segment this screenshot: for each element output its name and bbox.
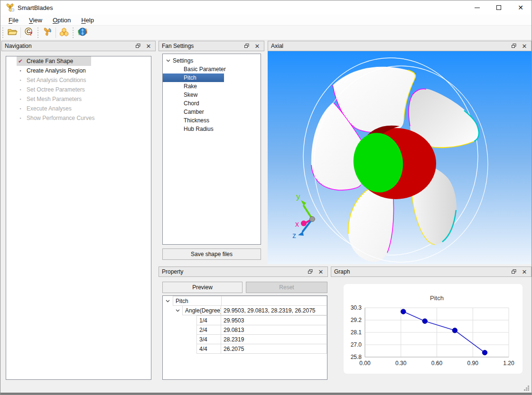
navigation-float-button[interactable] — [133, 42, 143, 50]
axial-panel-titlebar[interactable]: Axial ✕ — [268, 41, 532, 51]
data-point — [482, 350, 487, 355]
property-row-2-4[interactable]: 2/429.0813 — [163, 325, 327, 335]
graph-panel: Graph ✕ 0.000.300.600.901.2025.827.028.1… — [331, 266, 532, 382]
property-row-3-4[interactable]: 3/428.2319 — [163, 334, 327, 344]
nav-item-show-performance-curves[interactable]: ●Show Performance Curves — [6, 113, 151, 123]
fan-setting-chord[interactable]: Chord — [163, 99, 261, 108]
app-icon — [5, 3, 15, 12]
reset-button[interactable]: Reset — [246, 282, 327, 293]
fan-setting-skew[interactable]: Skew — [163, 91, 261, 99]
close-button[interactable]: ✕ — [510, 0, 532, 15]
fan-settings-tree: Settings Basic ParameterPitchRakeSkewCho… — [162, 54, 261, 245]
nav-item-create-analysis-region[interactable]: ●Create Analysis Region — [6, 66, 151, 75]
bullet-icon: ● — [17, 69, 24, 72]
fan-settings-close-button[interactable]: ✕ — [252, 42, 262, 50]
property-row-1-4[interactable]: 1/429.9503 — [163, 315, 327, 325]
axis-origin — [310, 217, 315, 222]
menu-option[interactable]: Option — [48, 16, 75, 25]
axis-z-label: z — [292, 231, 296, 239]
property-value[interactable] — [221, 296, 327, 306]
fan-setting-hub-radius[interactable]: Hub Radius — [163, 125, 261, 133]
graph-panel-titlebar[interactable]: Graph ✕ — [331, 266, 532, 277]
title-bar[interactable]: SmartBlades ✕ — [0, 0, 532, 15]
open-file-button[interactable] — [6, 27, 19, 39]
svg-text:0.30: 0.30 — [395, 360, 407, 367]
run-analysis-button[interactable] — [76, 27, 89, 39]
mesh-button[interactable] — [57, 27, 71, 39]
navigation-close-button[interactable]: ✕ — [144, 42, 153, 50]
fan-settings-float-button[interactable] — [242, 42, 252, 50]
window-title: SmartBlades — [18, 4, 53, 11]
run-analysis-icon — [77, 27, 88, 38]
nav-item-label: Create Analysis Region — [27, 67, 86, 74]
axial-panel: Axial ✕ — [268, 41, 532, 264]
bullet-icon: ● — [17, 98, 24, 101]
pitch-chart: 0.000.300.600.901.2025.827.028.129.230.3… — [344, 284, 523, 374]
property-value[interactable]: 29.9503, 29.0813, 28.2319, 26.2075 — [221, 305, 327, 315]
svg-text:25.8: 25.8 — [351, 354, 362, 360]
fan-setting-basic-parameter[interactable]: Basic Parameter — [163, 65, 261, 73]
preview-button[interactable]: Preview — [162, 282, 243, 293]
property-panel-titlebar[interactable]: Property ✕ — [159, 266, 328, 277]
property-value[interactable]: 26.2075 — [221, 344, 327, 354]
navigation-panel-titlebar[interactable]: Navigation ✕ — [1, 41, 156, 51]
nav-item-set-mesh-parameters[interactable]: ●Set Mesh Parameters — [6, 94, 151, 104]
graph-float-button[interactable] — [509, 267, 519, 276]
menu-file[interactable]: File — [4, 16, 23, 25]
property-label: 4/4 — [196, 344, 221, 354]
fan-setting-camber[interactable]: Camber — [163, 108, 261, 116]
fan-setting-rake[interactable]: Rake — [163, 82, 261, 91]
property-row-pitch[interactable]: Pitch — [163, 296, 327, 306]
toolbar-drag-handle[interactable] — [2, 28, 4, 38]
nav-item-label: Set Mesh Parameters — [27, 96, 82, 102]
navigation-list: ✔Create Fan Shape●Create Analysis Region… — [6, 56, 151, 380]
property-value[interactable]: 29.9503 — [221, 315, 327, 325]
axis-x-label: x — [295, 220, 299, 228]
chevron-down-icon[interactable] — [173, 305, 183, 315]
fan-settings-panel-titlebar[interactable]: Fan Settings ✕ — [159, 41, 264, 51]
fan-setting-pitch[interactable]: Pitch — [163, 73, 261, 82]
nav-item-label: Set Analysis Conditions — [27, 77, 86, 83]
data-point — [401, 309, 406, 314]
bullet-icon: ● — [17, 107, 24, 110]
property-table: Pitch Angle(Degree) 29.9503, 29.0813, 28… — [162, 295, 327, 380]
bullet-icon: ● — [17, 117, 24, 119]
resize-grip[interactable] — [523, 385, 530, 391]
fan-setting-thickness[interactable]: Thickness — [163, 116, 261, 125]
property-close-button[interactable]: ✕ — [316, 267, 326, 276]
property-value[interactable]: 29.0813 — [221, 325, 327, 335]
property-value[interactable]: 28.2319 — [221, 334, 327, 344]
axial-close-button[interactable]: ✕ — [520, 42, 529, 50]
minimize-button[interactable] — [466, 0, 488, 15]
menu-view[interactable]: View — [25, 16, 47, 25]
nav-item-set-octree-parameters[interactable]: ●Set Octree Parameters — [6, 85, 151, 94]
chevron-down-icon[interactable] — [163, 296, 173, 306]
property-label: 2/4 — [196, 325, 221, 335]
menu-help[interactable]: Help — [77, 16, 98, 25]
fan-3d-viewport[interactable]: y x z — [268, 51, 532, 264]
main-window: SmartBlades ✕ FileViewOptionHelp C? Navi… — [0, 0, 532, 395]
chevron-down-icon[interactable] — [166, 59, 170, 62]
save-shape-files-button[interactable]: Save shape files — [162, 248, 261, 260]
reload-case-button[interactable]: C? — [22, 27, 36, 39]
maximize-button[interactable] — [488, 0, 510, 15]
toolbar-drag-handle[interactable] — [37, 28, 39, 38]
graph-close-button[interactable]: ✕ — [520, 267, 529, 276]
fan-shape-button[interactable] — [41, 27, 54, 39]
property-panel-title: Property — [162, 268, 183, 275]
svg-text:27.0: 27.0 — [351, 341, 362, 348]
axial-float-button[interactable] — [509, 42, 519, 50]
toolbar-drag-handle[interactable] — [72, 28, 74, 38]
property-row-angle[interactable]: Angle(Degree) 29.9503, 29.0813, 28.2319,… — [163, 305, 327, 315]
svg-text:28.1: 28.1 — [351, 329, 362, 336]
svg-text:30.3: 30.3 — [351, 304, 362, 311]
nav-item-execute-analyses[interactable]: ●Execute Analyses — [6, 104, 151, 113]
property-row-4-4[interactable]: 4/426.2075 — [163, 344, 327, 354]
nav-item-set-analysis-conditions[interactable]: ●Set Analysis Conditions — [6, 75, 151, 85]
fan-setting-label: Basic Parameter — [184, 66, 226, 73]
nav-item-create-fan-shape[interactable]: ✔Create Fan Shape — [6, 56, 151, 66]
fan-setting-label: Camber — [184, 109, 204, 115]
property-float-button[interactable] — [306, 267, 315, 276]
settings-root-row[interactable]: Settings — [163, 56, 261, 65]
toolbar-separator — [20, 28, 21, 38]
